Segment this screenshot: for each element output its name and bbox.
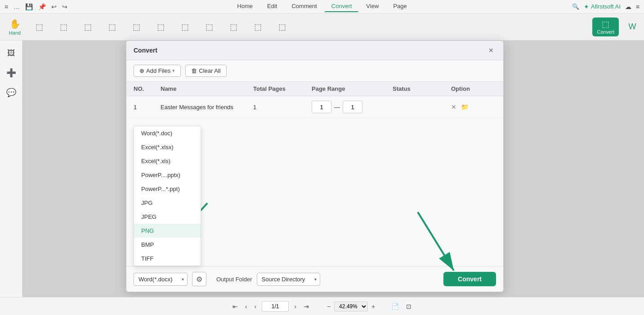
convert-toolbar-icon: ⬚ — [602, 19, 609, 29]
more-icon[interactable]: … — [13, 3, 20, 10]
toolbar-icon-7: ⬚ — [181, 22, 189, 32]
zoom-in-button[interactable]: + — [371, 303, 375, 310]
first-page-button[interactable]: ⇤ — [231, 302, 240, 311]
prev-page-alt-button[interactable]: ‹ — [252, 302, 258, 311]
menu-left: ≡ … 💾 📌 ↩ ↪ — [4, 3, 67, 10]
pin-icon[interactable]: 📌 — [38, 3, 46, 10]
toolbar: ✋ Hand ⬚ ⬚ ⬚ ⬚ ⬚ ⬚ ⬚ ⬚ ⬚ ⬚ ⬚ ⬚ Convert W — [0, 13, 644, 40]
format-option-excel-xlsx[interactable]: Excel(*.xlsx) — [134, 140, 201, 154]
toolbar-convert-button[interactable]: ⬚ Convert — [592, 18, 619, 36]
output-folder-select[interactable]: Source Directory Custom Directory — [257, 273, 320, 286]
table-row: 1 Easter Messages for friends 1 — ✕ 📁 — [126, 96, 503, 118]
dialog-header: Convert ✕ — [126, 41, 503, 60]
format-option-word-doc[interactable]: Word(*.doc) — [134, 126, 201, 140]
tab-view[interactable]: View — [360, 1, 385, 12]
toolbar-icon-6: ⬚ — [157, 22, 165, 32]
toolbar-tool-1[interactable]: ⬚ — [28, 20, 50, 34]
format-select-wrap: Word(*.docx) Word(*.doc) Excel(*.xlsx) J… — [134, 273, 188, 286]
menu-right: 🔍 ✦ Afirstsoft AI ☁ ≡ — [572, 3, 640, 10]
menu-lines-icon[interactable]: ≡ — [636, 3, 640, 10]
row-number: 1 — [134, 104, 161, 111]
toolbar-tool-8[interactable]: ⬚ — [198, 20, 220, 34]
sidebar-add-btn[interactable]: ➕ — [3, 65, 19, 81]
toolbar-icon-11: ⬚ — [278, 22, 286, 32]
hand-icon: ✋ — [9, 18, 21, 29]
tab-page[interactable]: Page — [387, 1, 413, 12]
tab-convert[interactable]: Convert — [325, 1, 358, 12]
tab-home[interactable]: Home — [231, 1, 259, 12]
toolbar-icon-3: ⬚ — [84, 22, 92, 32]
toolbar-tool-7[interactable]: ⬚ — [174, 20, 196, 34]
format-option-png[interactable]: PNG — [134, 224, 201, 238]
toolbar-icon-1: ⬚ — [36, 22, 43, 32]
page-input[interactable] — [262, 301, 289, 312]
zoom-select[interactable]: 42.49% 50% 75% 100% 150% — [334, 302, 368, 311]
ai-label: ✦ Afirstsoft AI — [584, 3, 621, 10]
toolbar-tool-10[interactable]: ⬚ — [246, 20, 269, 34]
format-option-bmp[interactable]: BMP — [134, 238, 201, 252]
panel-icon[interactable]: W — [624, 22, 640, 31]
next-page-button[interactable]: › — [292, 302, 298, 311]
menu-bar: ≡ … 💾 📌 ↩ ↪ Home Edit Comment Convert Vi… — [0, 0, 644, 13]
clear-icon: 🗑 — [191, 67, 197, 74]
dialog-toolbar: ⊕ Add Files ▾ 🗑 Clear All — [126, 60, 503, 82]
hamburger-icon[interactable]: ≡ — [4, 3, 8, 10]
format-option-tiff[interactable]: TIFF — [134, 252, 201, 266]
zoom-out-button[interactable]: − — [327, 303, 331, 310]
row-folder-icon[interactable]: 📁 — [461, 103, 469, 111]
add-files-dropdown-icon: ▾ — [172, 68, 175, 74]
range-from-input[interactable] — [312, 101, 331, 113]
tab-edit[interactable]: Edit — [261, 1, 283, 12]
menu-tabs: Home Edit Comment Convert View Page — [231, 1, 413, 12]
right-arrow-svg — [395, 208, 494, 297]
row-filename: Easter Messages for friends — [161, 104, 253, 111]
range-to-input[interactable] — [343, 101, 362, 113]
toolbar-icon-2: ⬚ — [60, 22, 67, 32]
toolbar-tool-9[interactable]: ⬚ — [222, 20, 245, 34]
output-folder-select-wrap: Source Directory Custom Directory ▾ — [257, 273, 320, 286]
save-icon[interactable]: 💾 — [25, 3, 33, 10]
toolbar-icon-10: ⬚ — [254, 22, 262, 32]
fit-page-icon[interactable]: ⊡ — [404, 302, 413, 311]
toolbar-tool-2[interactable]: ⬚ — [52, 20, 75, 34]
toolbar-tool-6[interactable]: ⬚ — [149, 20, 172, 34]
panel-lines-icon: W — [629, 22, 636, 31]
sidebar-comment-btn[interactable]: 💬 — [3, 84, 19, 101]
dialog-close-button[interactable]: ✕ — [486, 45, 496, 55]
document-icon[interactable]: 📄 — [389, 302, 401, 311]
tab-comment[interactable]: Comment — [285, 1, 323, 12]
range-separator: — — [334, 104, 340, 111]
toolbar-icon-5: ⬚ — [133, 22, 140, 32]
toolbar-icon-8: ⬚ — [206, 22, 213, 32]
format-dropdown[interactable]: Word(*.doc) Excel(*.xlsx) Excel(*.xls) P… — [134, 126, 201, 266]
ai-star-icon: ✦ — [584, 3, 589, 10]
cloud-icon[interactable]: ☁ — [625, 3, 631, 10]
toolbar-tool-11[interactable]: ⬚ — [271, 20, 293, 34]
toolbar-tool-5[interactable]: ⬚ — [125, 20, 148, 34]
format-option-jpg[interactable]: JPG — [134, 196, 201, 210]
toolbar-tool-4[interactable]: ⬚ — [101, 20, 123, 34]
toolbar-hand[interactable]: ✋ Hand — [4, 17, 26, 37]
format-option-excel-xls[interactable]: Excel(*.xls) — [134, 154, 201, 168]
dialog-overlay: Convert ✕ ⊕ Add Files ▾ 🗑 Clear All NO. … — [22, 40, 628, 297]
format-select-container: Word(*.doc) Excel(*.xlsx) Excel(*.xls) P… — [134, 273, 188, 286]
table-header: NO. Name Total Pages Page Range Status O… — [126, 82, 503, 96]
prev-page-button[interactable]: ‹ — [243, 302, 249, 311]
svg-line-3 — [418, 212, 454, 271]
format-option-ppt[interactable]: PowerP...*.ppt) — [134, 182, 201, 196]
search-icon[interactable]: 🔍 — [572, 3, 579, 10]
last-page-button[interactable]: ⇥ — [302, 302, 311, 311]
undo-icon[interactable]: ↩ — [51, 3, 57, 10]
sidebar-image-btn[interactable]: 🖼 — [3, 45, 19, 61]
add-files-button[interactable]: ⊕ Add Files ▾ — [134, 65, 181, 77]
bottom-bar: ⇤ ‹ ‹ › ⇥ − 42.49% 50% 75% 100% 150% + 📄… — [0, 297, 644, 315]
row-delete-icon[interactable]: ✕ — [451, 103, 456, 111]
redo-icon[interactable]: ↪ — [62, 3, 67, 10]
toolbar-icon-4: ⬚ — [108, 22, 116, 32]
toolbar-tool-3[interactable]: ⬚ — [76, 20, 99, 34]
format-select[interactable]: Word(*.docx) Word(*.doc) Excel(*.xlsx) J… — [134, 273, 188, 286]
toolbar-icon-9: ⬚ — [230, 22, 237, 32]
clear-all-button[interactable]: 🗑 Clear All — [185, 65, 226, 77]
format-option-jpeg[interactable]: JPEG — [134, 210, 201, 224]
format-option-pptx[interactable]: PowerP....pptx) — [134, 168, 201, 182]
